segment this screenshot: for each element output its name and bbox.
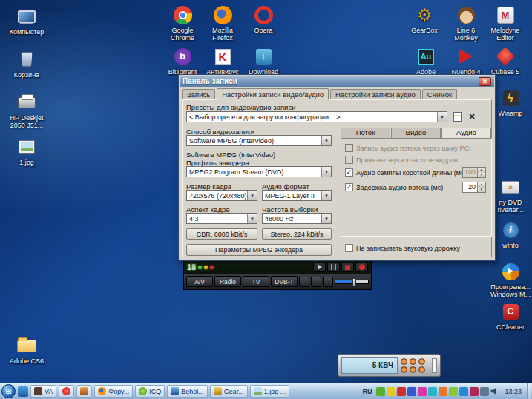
preset-select[interactable]: < Выбор пресета для загрузки конфигураци… bbox=[186, 111, 447, 122]
desktop-icon-bittorrent[interactable]: b BitTorrent bbox=[162, 46, 203, 76]
volume-knob[interactable] bbox=[352, 278, 356, 286]
desktop-icon-opera[interactable]: Opera bbox=[243, 4, 284, 34]
desktop-icon-dvd-converter[interactable]: » ny DVD nverter... bbox=[490, 177, 531, 214]
tab-video-audio-settings[interactable]: Настройки записи видео/аудио bbox=[217, 88, 329, 100]
save-preset-icon[interactable] bbox=[452, 111, 462, 122]
video-method-select[interactable]: Software MPEG (InterVideo) ▼ bbox=[186, 135, 332, 146]
tv-tool-button[interactable] bbox=[311, 277, 321, 287]
meter-button[interactable] bbox=[410, 366, 416, 373]
pause-button[interactable] bbox=[327, 263, 340, 272]
desktop-icon-recycle-bin[interactable]: Корзина bbox=[6, 49, 47, 79]
checkbox-pci-audio[interactable]: Запись аудио потока через шину PCI bbox=[345, 144, 471, 152]
desktop-icon-download[interactable]: ↓ Download bbox=[243, 46, 284, 76]
tray-icon[interactable] bbox=[428, 387, 437, 396]
show-desktop-button[interactable] bbox=[527, 383, 531, 399]
meter-button[interactable] bbox=[418, 358, 425, 365]
meter-button[interactable] bbox=[401, 366, 407, 373]
short-samples-spinner[interactable]: 100 ▲▼ bbox=[462, 167, 486, 178]
tab-audio-settings[interactable]: Настройки записи аудио bbox=[330, 89, 421, 99]
desktop-icon-1jpg[interactable]: 1.jpg bbox=[6, 136, 47, 166]
meter-button[interactable] bbox=[410, 358, 416, 365]
desktop-icon-wmp[interactable]: ▶ Проигрыва... Windows M... bbox=[490, 261, 531, 299]
desktop-icon-cubase[interactable]: Cubase 5 bbox=[485, 46, 526, 76]
spinner-arrows[interactable]: ▲▼ bbox=[477, 168, 485, 177]
start-button[interactable]: ⊞ bbox=[1, 384, 16, 398]
aspect-select[interactable]: 4:3 ▼ bbox=[186, 213, 257, 224]
frame-size-select[interactable]: 720x576 (720x480) ▼ bbox=[186, 190, 257, 201]
encoder-profile-select[interactable]: MPEG2 Program Stream (DVD) ▼ bbox=[186, 166, 332, 177]
tv-mode-button[interactable]: TV bbox=[243, 276, 269, 287]
desktop-icon-nuendo[interactable]: Nuendo 4 bbox=[445, 46, 487, 76]
desktop-icon-adobe-cs6[interactable]: Adobe CS6 bbox=[6, 335, 47, 365]
taskbar-button-behold[interactable]: Behol... bbox=[167, 385, 208, 398]
taskbar-button-forum[interactable]: Фору... bbox=[94, 385, 133, 398]
tray-icon[interactable] bbox=[387, 387, 395, 396]
checkbox-short-audio-samples[interactable]: Аудио семплы короткой длины (мс) bbox=[345, 168, 466, 177]
spinner-arrows[interactable]: ▲▼ bbox=[477, 182, 485, 192]
tv-tool-button[interactable] bbox=[299, 277, 309, 287]
taskbar-button-app-1[interactable] bbox=[59, 385, 74, 398]
stop-button[interactable] bbox=[341, 263, 354, 272]
desktop-icon-gearbox[interactable]: ⚙ GearBox bbox=[404, 4, 445, 34]
taskbar-button-app-2[interactable] bbox=[76, 385, 92, 398]
gear-icon: ⚙ bbox=[404, 4, 445, 25]
meter-button[interactable] bbox=[418, 366, 425, 373]
tray-icon[interactable] bbox=[470, 387, 479, 396]
checkbox-audio-delay[interactable]: Задержка аудио потока (мс) bbox=[345, 183, 443, 191]
video-bitrate-button[interactable]: CBR, 6000 kBit/s bbox=[186, 228, 257, 240]
close-icon[interactable]: ✕ bbox=[479, 77, 491, 86]
tray-icon[interactable] bbox=[439, 387, 447, 396]
desktop-icon-hwinfo[interactable]: i wInfo bbox=[490, 220, 531, 249]
checkbox-sound-framerate-link[interactable]: Привязка звука к частоте кадров bbox=[345, 156, 458, 164]
quicklaunch-icon[interactable] bbox=[18, 386, 28, 397]
audio-format-select[interactable]: MPEG-1 Layer II ▼ bbox=[262, 190, 332, 201]
sample-rate-select[interactable]: 48000 Hz ▼ bbox=[262, 213, 332, 224]
desktop-icon-printer[interactable]: HP Deskjet 2050 J51... bbox=[6, 92, 47, 130]
language-indicator[interactable]: RU bbox=[360, 388, 374, 395]
desktop-icon-computer[interactable]: Компьютер bbox=[6, 6, 47, 36]
volume-slider[interactable] bbox=[335, 280, 369, 284]
tab-stream[interactable]: Поток bbox=[341, 128, 390, 138]
desktop-icon-line6-monkey[interactable]: Line 6 Monkey bbox=[445, 4, 487, 42]
taskbar-button-icq[interactable]: ICQ bbox=[135, 385, 165, 398]
audio-delay-spinner[interactable]: 20 ▲▼ bbox=[462, 182, 486, 193]
tab-snapshot[interactable]: Снимок bbox=[422, 89, 457, 99]
dropdown-arrow-icon: ▼ bbox=[247, 214, 257, 223]
taskbar-clock[interactable]: 13:23 bbox=[502, 388, 525, 395]
desktop-icon-adobe-audition[interactable]: Au Adobe bbox=[405, 46, 447, 76]
delete-preset-icon[interactable]: ✕ bbox=[467, 111, 477, 122]
tray-icon[interactable] bbox=[449, 387, 458, 396]
tray-icon[interactable] bbox=[459, 387, 468, 396]
desktop-icon-chrome[interactable]: Google Chrome bbox=[162, 4, 203, 42]
meter-slider[interactable] bbox=[432, 358, 437, 373]
meter-button[interactable] bbox=[401, 358, 407, 365]
tray-icon[interactable] bbox=[407, 387, 416, 396]
av-mode-button[interactable]: A/V bbox=[186, 276, 213, 287]
desktop-icon-ccleaner[interactable]: C CCleaner bbox=[490, 301, 531, 331]
tab-video[interactable]: Видео bbox=[391, 128, 441, 138]
play-button[interactable] bbox=[313, 263, 326, 272]
tv-tool-button[interactable] bbox=[323, 277, 333, 287]
tab-record[interactable]: Запись bbox=[182, 89, 215, 99]
checkbox-icon bbox=[345, 144, 353, 152]
speaker-icon[interactable] bbox=[490, 387, 499, 396]
tray-icon[interactable] bbox=[397, 387, 406, 396]
tray-icon[interactable] bbox=[376, 387, 385, 396]
mpeg-params-button[interactable]: Параметры MPEG энкодера bbox=[186, 244, 332, 256]
radio-mode-button[interactable]: Radio bbox=[214, 276, 241, 287]
audio-bitrate-button[interactable]: Stereo, 224 kBit/s bbox=[262, 228, 332, 240]
record-button[interactable] bbox=[355, 263, 368, 272]
dvbt-mode-button[interactable]: DVB-T bbox=[271, 276, 298, 287]
desktop-icon-melodyne[interactable]: M Melodyne Editor bbox=[485, 4, 526, 42]
taskbar-button-va[interactable]: VA bbox=[30, 385, 56, 398]
tray-icon[interactable] bbox=[418, 387, 427, 396]
desktop-icon-firefox[interactable]: Mozilla Firefox bbox=[202, 4, 243, 42]
tab-audio[interactable]: Аудио bbox=[441, 128, 491, 138]
tray-icon[interactable] bbox=[480, 387, 489, 396]
desktop-icon-antivirus[interactable]: K Антивирус bbox=[202, 46, 243, 76]
taskbar-button-gearbox[interactable]: Gear... bbox=[210, 385, 248, 398]
checkbox-no-audio-track[interactable]: Не записывать звуковую дорожку bbox=[345, 244, 460, 252]
desktop-icon-winamp[interactable]: ϟ Winamp bbox=[490, 88, 531, 117]
dialog-titlebar[interactable]: Панель записи ✕ bbox=[180, 76, 494, 87]
taskbar-button-1jpg[interactable]: 1.jpg ... bbox=[250, 385, 290, 398]
